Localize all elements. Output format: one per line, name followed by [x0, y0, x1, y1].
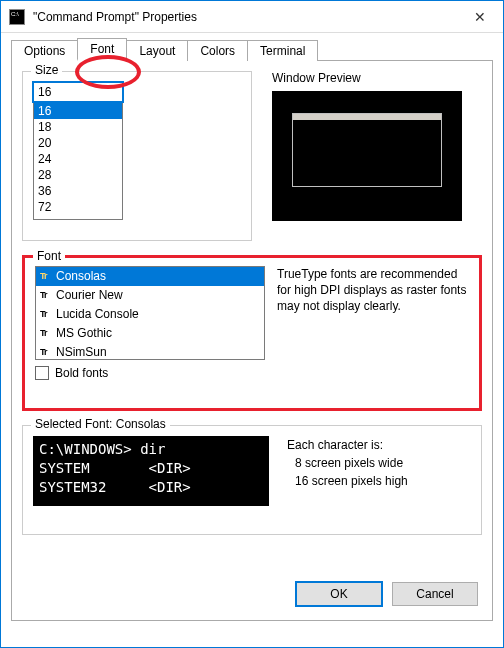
- close-button[interactable]: ✕: [457, 1, 503, 33]
- char-width-text: 8 screen pixels wide: [287, 454, 408, 472]
- truetype-icon: Tr: [40, 268, 54, 285]
- font-item-label: NSimSun: [56, 344, 107, 360]
- tab-layout[interactable]: Layout: [126, 40, 188, 61]
- ok-button[interactable]: OK: [296, 582, 382, 606]
- cancel-button[interactable]: Cancel: [392, 582, 478, 606]
- bold-fonts-label: Bold fonts: [55, 366, 108, 380]
- size-input[interactable]: [33, 82, 123, 102]
- font-item[interactable]: Tr Consolas: [36, 267, 264, 286]
- tab-font[interactable]: Font: [77, 38, 127, 61]
- font-item-label: Lucida Console: [56, 306, 139, 323]
- tab-options[interactable]: Options: [11, 40, 78, 61]
- size-item[interactable]: 20: [34, 135, 122, 151]
- truetype-icon: Tr: [40, 344, 54, 360]
- character-dimensions: Each character is: 8 screen pixels wide …: [287, 436, 408, 490]
- font-item[interactable]: Tr Courier New: [36, 286, 264, 305]
- properties-window: "Command Prompt" Properties ✕ Options Fo…: [0, 0, 504, 648]
- truetype-icon: Tr: [40, 325, 54, 342]
- size-item[interactable]: 28: [34, 167, 122, 183]
- dialog-buttons: OK Cancel: [296, 582, 478, 606]
- selected-font-title: Selected Font: Consolas: [31, 417, 170, 431]
- close-icon: ✕: [474, 9, 486, 25]
- size-listbox[interactable]: 16 18 20 24 28 36 72: [33, 102, 123, 220]
- size-item[interactable]: 18: [34, 119, 122, 135]
- tab-strip: Options Font Layout Colors Terminal: [11, 37, 493, 61]
- app-icon: [9, 9, 25, 25]
- tab-panel-font: Size 16 18 20 24 28 36 72 Window Preview: [11, 61, 493, 621]
- preview-label: Window Preview: [272, 71, 462, 85]
- size-item[interactable]: 16: [34, 103, 122, 119]
- tab-terminal[interactable]: Terminal: [247, 40, 318, 61]
- truetype-icon: Tr: [40, 287, 54, 304]
- font-item-label: Courier New: [56, 287, 123, 304]
- tab-colors[interactable]: Colors: [187, 40, 248, 61]
- bold-fonts-checkbox[interactable]: [35, 366, 49, 380]
- preview-window-icon: [292, 113, 442, 187]
- size-item[interactable]: 72: [34, 199, 122, 215]
- titlebar: "Command Prompt" Properties ✕: [1, 1, 503, 33]
- char-height-text: 16 screen pixels high: [287, 472, 408, 490]
- font-listbox[interactable]: Tr Consolas Tr Courier New Tr Lucida Con…: [35, 266, 265, 360]
- preview-box: [272, 91, 462, 221]
- size-item[interactable]: 24: [34, 151, 122, 167]
- size-item[interactable]: 36: [34, 183, 122, 199]
- font-item-label: Consolas: [56, 268, 106, 285]
- content-area: Options Font Layout Colors Terminal Size…: [1, 33, 503, 647]
- font-group-title: Font: [33, 249, 65, 263]
- window-preview-area: Window Preview: [272, 71, 462, 255]
- font-item[interactable]: Tr MS Gothic: [36, 324, 264, 343]
- selected-font-group: Selected Font: Consolas C:\WINDOWS> dir …: [22, 425, 482, 535]
- font-item[interactable]: Tr Lucida Console: [36, 305, 264, 324]
- size-group: Size 16 18 20 24 28 36 72: [22, 71, 252, 241]
- char-intro: Each character is:: [287, 438, 383, 452]
- truetype-icon: Tr: [40, 306, 54, 323]
- window-title: "Command Prompt" Properties: [33, 10, 457, 24]
- font-sample-box: C:\WINDOWS> dir SYSTEM <DIR> SYSTEM32 <D…: [33, 436, 269, 506]
- font-item[interactable]: Tr NSimSun: [36, 343, 264, 360]
- font-description: TrueType fonts are recommended for high …: [277, 266, 467, 360]
- font-group: Font Tr Consolas Tr Courier New Tr: [22, 255, 482, 411]
- size-group-title: Size: [31, 63, 62, 77]
- font-item-label: MS Gothic: [56, 325, 112, 342]
